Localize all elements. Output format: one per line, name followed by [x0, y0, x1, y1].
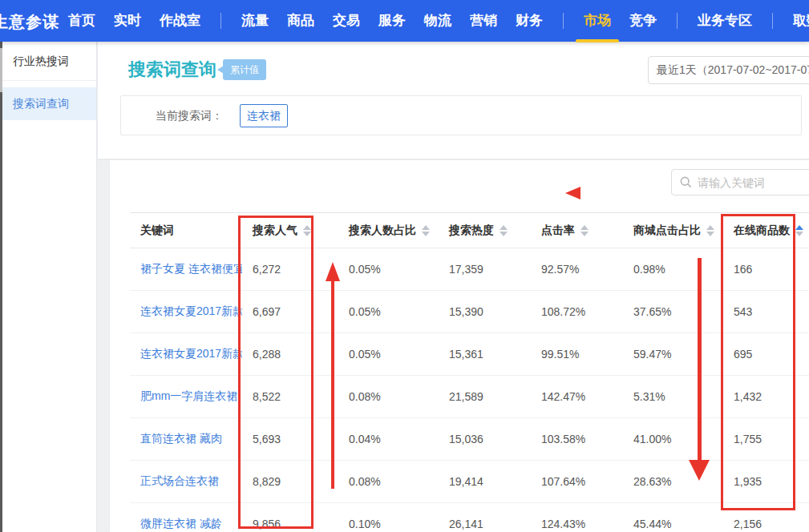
table-cell: 8,522: [242, 390, 338, 403]
table-cell: 5,693: [242, 433, 338, 445]
table-cell: 0.08%: [338, 475, 439, 488]
keyword-link[interactable]: 连衣裙女夏2017新款...: [130, 347, 242, 361]
date-range-selector[interactable]: 最近1天（2017-07-02~2017-07-02: [648, 56, 809, 84]
table-cell: 8,829: [242, 475, 338, 488]
header-section: 搜索词查询 累计值 最近1天（2017-07-02~2017-07-02 当前搜…: [98, 42, 809, 159]
nav-item-7[interactable]: 服务: [378, 0, 406, 42]
table-cell: 0.04%: [338, 433, 439, 445]
sort-icon[interactable]: [706, 225, 714, 236]
nav-item-13[interactable]: 竞争: [629, 0, 657, 42]
nav-item-8[interactable]: 物流: [424, 0, 451, 42]
keyword-link[interactable]: 正式场合连衣裙: [130, 474, 242, 489]
keyword-link[interactable]: 肥mm一字肩连衣裙: [130, 389, 242, 404]
scrollbar-thumb[interactable]: [0, 48, 2, 92]
top-nav: 生意参谋 首页实时作战室流量商品交易服务物流营销财务市场竞争业务专区取数: [0, 0, 809, 42]
sort-icon[interactable]: [500, 225, 508, 236]
keyword-link[interactable]: 直筒连衣裙 藏肉: [130, 432, 242, 446]
sidebar: 行业热搜词搜索词查询: [0, 42, 97, 532]
keyword-search-input[interactable]: [698, 176, 809, 189]
column-header-2: 搜索人数占比: [338, 224, 439, 238]
table-cell: 0.10%: [338, 518, 439, 530]
app-logo: 生意参谋: [0, 11, 59, 33]
nav-item-15[interactable]: 业务专区: [698, 0, 752, 42]
date-range-text: 最近1天（2017-07-02~2017-07-02: [657, 63, 809, 76]
table-row: 直筒连衣裙 藏肉5,6930.04%15,036103.58%41.00%1,7…: [130, 418, 809, 461]
table-cell: 6,272: [242, 263, 338, 276]
keyword-link[interactable]: 连衣裙女夏2017新款...: [130, 304, 242, 319]
table-cell: 0.05%: [338, 263, 439, 276]
nav-item-2[interactable]: 作战室: [160, 0, 200, 42]
column-header-0: 关键词: [130, 224, 242, 238]
sort-icon[interactable]: [795, 225, 803, 236]
table-row: 连衣裙女夏2017新款...6,2880.05%15,36199.51%59.4…: [130, 333, 809, 376]
nav-divider: [220, 13, 221, 29]
badge-tail-icon: [217, 66, 224, 74]
nav-divider: [772, 13, 773, 29]
table-cell: 0.05%: [338, 348, 439, 361]
nav-item-12[interactable]: 市场: [584, 0, 611, 42]
table-row: 连衣裙女夏2017新款...6,6970.05%15,390108.72%37.…: [130, 291, 809, 333]
sort-icon[interactable]: [303, 225, 311, 236]
table-cell: 15,036: [439, 433, 531, 445]
table-cell: 1,755: [723, 433, 809, 445]
nav-item-1[interactable]: 实时: [114, 0, 141, 42]
table-cell: 15,361: [439, 348, 531, 361]
keyword-search-box[interactable]: [671, 169, 809, 195]
column-header-label: 搜索人数占比: [349, 224, 416, 238]
search-term-tag[interactable]: 连衣裙: [240, 104, 288, 127]
column-header-6: 在线商品数: [723, 224, 809, 238]
table-row: 微胖连衣裙 减龄9,8560.10%26,141124.43%45.44%2,1…: [130, 503, 809, 532]
table-row: 正式场合连衣裙8,8290.08%19,414107.64%28.63%1,93…: [130, 461, 809, 503]
table-cell: 45.44%: [623, 518, 723, 530]
cumulative-value-badge: 累计值: [223, 59, 266, 80]
search-icon: [680, 176, 692, 188]
column-header-label: 搜索热度: [449, 224, 494, 238]
current-search-term-label: 当前搜索词：: [156, 109, 223, 123]
table-cell: 6,288: [242, 348, 338, 361]
search-terms-table: 关键词搜索人气搜索人数占比搜索热度点击率商城点击占比在线商品数裙子女夏 连衣裙便…: [130, 212, 809, 532]
column-header-3: 搜索热度: [439, 224, 531, 238]
table-cell: 99.51%: [531, 348, 623, 361]
table-cell: 59.47%: [623, 348, 723, 361]
column-header-5: 商城点击占比: [623, 224, 723, 238]
nav-item-6[interactable]: 交易: [333, 0, 360, 42]
nav-item-10[interactable]: 财务: [516, 0, 543, 42]
table-cell: 19,414: [439, 475, 531, 488]
table-cell: 26,141: [439, 518, 531, 530]
nav-item-4[interactable]: 流量: [241, 0, 269, 42]
sort-icon[interactable]: [422, 225, 430, 236]
table-row: 裙子女夏 连衣裙便宜5...6,2720.05%17,35992.57%0.98…: [130, 248, 809, 291]
column-header-label: 搜索人气: [253, 224, 297, 238]
table-cell: 107.64%: [531, 475, 623, 488]
table-section: 关键词搜索人气搜索人数占比搜索热度点击率商城点击占比在线商品数裙子女夏 连衣裙便…: [110, 160, 809, 532]
column-header-4: 点击率: [531, 224, 623, 238]
table-cell: 2,156: [723, 518, 809, 530]
table-cell: 108.72%: [531, 305, 623, 318]
nav-item-17[interactable]: 取数: [793, 0, 809, 42]
table-cell: 41.00%: [623, 433, 723, 445]
left-scrollbar[interactable]: [0, 42, 2, 532]
keyword-link[interactable]: 微胖连衣裙 减龄: [130, 517, 242, 531]
sort-icon[interactable]: [580, 225, 589, 236]
nav-divider: [563, 13, 564, 29]
nav-item-5[interactable]: 商品: [287, 0, 314, 42]
column-header-label: 商城点击占比: [633, 224, 701, 238]
table-cell: 543: [723, 305, 809, 318]
sidebar-item-1[interactable]: 搜索词查询: [0, 87, 96, 120]
keyword-link[interactable]: 裙子女夏 连衣裙便宜5...: [130, 262, 242, 276]
table-cell: 142.47%: [531, 390, 623, 403]
table-cell: 0.05%: [338, 305, 439, 318]
sidebar-item-0[interactable]: 行业热搜词: [0, 42, 96, 81]
page-title: 搜索词查询: [128, 58, 216, 82]
table-cell: 0.98%: [623, 263, 723, 276]
badge-label: 累计值: [230, 64, 259, 75]
nav-item-9[interactable]: 营销: [470, 0, 497, 42]
table-cell: 1,935: [723, 475, 809, 488]
column-header-label: 关键词: [140, 224, 174, 238]
table-cell: 28.63%: [623, 475, 723, 488]
table-cell: 6,697: [242, 305, 338, 318]
nav-item-0[interactable]: 首页: [68, 0, 95, 42]
table-cell: 9,856: [242, 518, 338, 530]
table-cell: 0.08%: [338, 390, 439, 403]
nav-menu: 首页实时作战室流量商品交易服务物流营销财务市场竞争业务专区取数: [68, 0, 809, 42]
